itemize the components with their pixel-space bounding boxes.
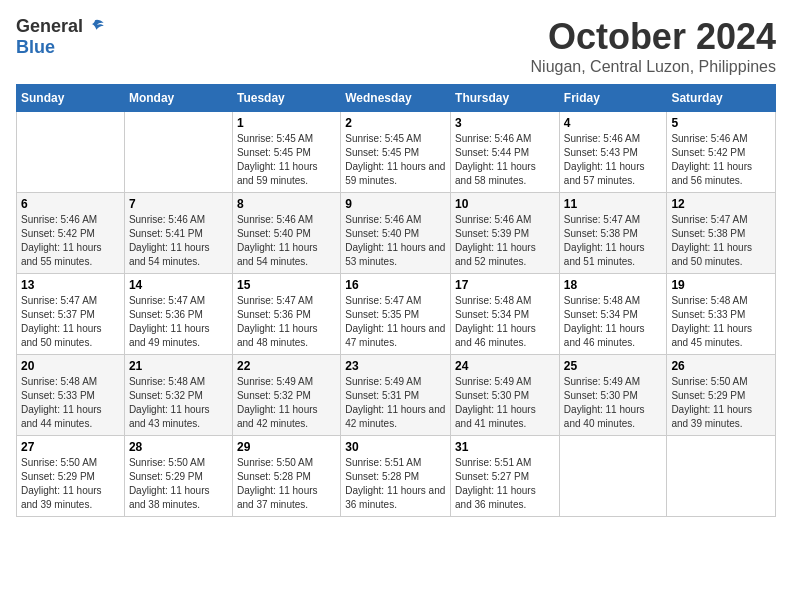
- day-info: Sunrise: 5:49 AMSunset: 5:30 PMDaylight:…: [455, 375, 555, 431]
- day-number: 16: [345, 278, 446, 292]
- calendar-cell: 20Sunrise: 5:48 AMSunset: 5:33 PMDayligh…: [17, 355, 125, 436]
- calendar-cell: 19Sunrise: 5:48 AMSunset: 5:33 PMDayligh…: [667, 274, 776, 355]
- day-number: 31: [455, 440, 555, 454]
- calendar-cell: 6Sunrise: 5:46 AMSunset: 5:42 PMDaylight…: [17, 193, 125, 274]
- day-info: Sunrise: 5:46 AMSunset: 5:42 PMDaylight:…: [21, 213, 120, 269]
- calendar-cell: 28Sunrise: 5:50 AMSunset: 5:29 PMDayligh…: [124, 436, 232, 517]
- calendar-cell: 14Sunrise: 5:47 AMSunset: 5:36 PMDayligh…: [124, 274, 232, 355]
- day-number: 30: [345, 440, 446, 454]
- calendar-cell: 15Sunrise: 5:47 AMSunset: 5:36 PMDayligh…: [232, 274, 340, 355]
- week-row-1: 1Sunrise: 5:45 AMSunset: 5:45 PMDaylight…: [17, 112, 776, 193]
- day-info: Sunrise: 5:46 AMSunset: 5:42 PMDaylight:…: [671, 132, 771, 188]
- calendar-cell: 2Sunrise: 5:45 AMSunset: 5:45 PMDaylight…: [341, 112, 451, 193]
- calendar-cell: [17, 112, 125, 193]
- day-number: 10: [455, 197, 555, 211]
- calendar-body: 1Sunrise: 5:45 AMSunset: 5:45 PMDaylight…: [17, 112, 776, 517]
- calendar-cell: 5Sunrise: 5:46 AMSunset: 5:42 PMDaylight…: [667, 112, 776, 193]
- day-info: Sunrise: 5:47 AMSunset: 5:37 PMDaylight:…: [21, 294, 120, 350]
- calendar-header: SundayMondayTuesdayWednesdayThursdayFrid…: [17, 85, 776, 112]
- week-row-4: 20Sunrise: 5:48 AMSunset: 5:33 PMDayligh…: [17, 355, 776, 436]
- calendar-cell: 13Sunrise: 5:47 AMSunset: 5:37 PMDayligh…: [17, 274, 125, 355]
- calendar-cell: 31Sunrise: 5:51 AMSunset: 5:27 PMDayligh…: [451, 436, 560, 517]
- day-info: Sunrise: 5:49 AMSunset: 5:31 PMDaylight:…: [345, 375, 446, 431]
- day-info: Sunrise: 5:50 AMSunset: 5:29 PMDaylight:…: [21, 456, 120, 512]
- day-info: Sunrise: 5:50 AMSunset: 5:28 PMDaylight:…: [237, 456, 336, 512]
- day-info: Sunrise: 5:47 AMSunset: 5:36 PMDaylight:…: [129, 294, 228, 350]
- calendar-cell: 27Sunrise: 5:50 AMSunset: 5:29 PMDayligh…: [17, 436, 125, 517]
- calendar-cell: 21Sunrise: 5:48 AMSunset: 5:32 PMDayligh…: [124, 355, 232, 436]
- column-header-monday: Monday: [124, 85, 232, 112]
- calendar-cell: 29Sunrise: 5:50 AMSunset: 5:28 PMDayligh…: [232, 436, 340, 517]
- day-info: Sunrise: 5:45 AMSunset: 5:45 PMDaylight:…: [345, 132, 446, 188]
- day-number: 11: [564, 197, 663, 211]
- day-number: 3: [455, 116, 555, 130]
- column-header-saturday: Saturday: [667, 85, 776, 112]
- calendar-cell: [667, 436, 776, 517]
- day-number: 4: [564, 116, 663, 130]
- day-number: 6: [21, 197, 120, 211]
- day-info: Sunrise: 5:48 AMSunset: 5:34 PMDaylight:…: [455, 294, 555, 350]
- day-info: Sunrise: 5:48 AMSunset: 5:34 PMDaylight:…: [564, 294, 663, 350]
- calendar-cell: 17Sunrise: 5:48 AMSunset: 5:34 PMDayligh…: [451, 274, 560, 355]
- day-number: 22: [237, 359, 336, 373]
- day-number: 8: [237, 197, 336, 211]
- day-info: Sunrise: 5:47 AMSunset: 5:35 PMDaylight:…: [345, 294, 446, 350]
- day-info: Sunrise: 5:46 AMSunset: 5:40 PMDaylight:…: [237, 213, 336, 269]
- day-number: 2: [345, 116, 446, 130]
- day-number: 21: [129, 359, 228, 373]
- week-row-3: 13Sunrise: 5:47 AMSunset: 5:37 PMDayligh…: [17, 274, 776, 355]
- calendar-cell: 24Sunrise: 5:49 AMSunset: 5:30 PMDayligh…: [451, 355, 560, 436]
- day-number: 12: [671, 197, 771, 211]
- day-info: Sunrise: 5:46 AMSunset: 5:44 PMDaylight:…: [455, 132, 555, 188]
- day-info: Sunrise: 5:48 AMSunset: 5:33 PMDaylight:…: [21, 375, 120, 431]
- day-number: 5: [671, 116, 771, 130]
- calendar-cell: 18Sunrise: 5:48 AMSunset: 5:34 PMDayligh…: [559, 274, 667, 355]
- day-info: Sunrise: 5:50 AMSunset: 5:29 PMDaylight:…: [129, 456, 228, 512]
- day-number: 1: [237, 116, 336, 130]
- week-row-5: 27Sunrise: 5:50 AMSunset: 5:29 PMDayligh…: [17, 436, 776, 517]
- calendar-cell: 8Sunrise: 5:46 AMSunset: 5:40 PMDaylight…: [232, 193, 340, 274]
- day-info: Sunrise: 5:47 AMSunset: 5:38 PMDaylight:…: [671, 213, 771, 269]
- day-info: Sunrise: 5:50 AMSunset: 5:29 PMDaylight:…: [671, 375, 771, 431]
- calendar-cell: 16Sunrise: 5:47 AMSunset: 5:35 PMDayligh…: [341, 274, 451, 355]
- day-number: 27: [21, 440, 120, 454]
- calendar-cell: 22Sunrise: 5:49 AMSunset: 5:32 PMDayligh…: [232, 355, 340, 436]
- day-number: 18: [564, 278, 663, 292]
- logo-blue-text: Blue: [16, 37, 55, 57]
- calendar-cell: 3Sunrise: 5:46 AMSunset: 5:44 PMDaylight…: [451, 112, 560, 193]
- column-header-thursday: Thursday: [451, 85, 560, 112]
- day-info: Sunrise: 5:51 AMSunset: 5:27 PMDaylight:…: [455, 456, 555, 512]
- day-info: Sunrise: 5:49 AMSunset: 5:30 PMDaylight:…: [564, 375, 663, 431]
- day-number: 19: [671, 278, 771, 292]
- day-info: Sunrise: 5:46 AMSunset: 5:39 PMDaylight:…: [455, 213, 555, 269]
- day-number: 20: [21, 359, 120, 373]
- logo: General Blue: [16, 16, 105, 58]
- calendar-cell: 23Sunrise: 5:49 AMSunset: 5:31 PMDayligh…: [341, 355, 451, 436]
- logo-bird-icon: [85, 17, 105, 37]
- day-number: 26: [671, 359, 771, 373]
- day-number: 25: [564, 359, 663, 373]
- day-info: Sunrise: 5:45 AMSunset: 5:45 PMDaylight:…: [237, 132, 336, 188]
- day-number: 23: [345, 359, 446, 373]
- header-row: SundayMondayTuesdayWednesdayThursdayFrid…: [17, 85, 776, 112]
- calendar-cell: 10Sunrise: 5:46 AMSunset: 5:39 PMDayligh…: [451, 193, 560, 274]
- calendar-cell: [124, 112, 232, 193]
- calendar-table: SundayMondayTuesdayWednesdayThursdayFrid…: [16, 84, 776, 517]
- calendar-cell: 12Sunrise: 5:47 AMSunset: 5:38 PMDayligh…: [667, 193, 776, 274]
- month-title: October 2024: [531, 16, 776, 58]
- day-info: Sunrise: 5:48 AMSunset: 5:33 PMDaylight:…: [671, 294, 771, 350]
- column-header-sunday: Sunday: [17, 85, 125, 112]
- logo-general-text: General: [16, 16, 83, 37]
- week-row-2: 6Sunrise: 5:46 AMSunset: 5:42 PMDaylight…: [17, 193, 776, 274]
- day-number: 17: [455, 278, 555, 292]
- calendar-cell: 11Sunrise: 5:47 AMSunset: 5:38 PMDayligh…: [559, 193, 667, 274]
- calendar-cell: 26Sunrise: 5:50 AMSunset: 5:29 PMDayligh…: [667, 355, 776, 436]
- calendar-cell: 7Sunrise: 5:46 AMSunset: 5:41 PMDaylight…: [124, 193, 232, 274]
- day-number: 9: [345, 197, 446, 211]
- column-header-friday: Friday: [559, 85, 667, 112]
- calendar-cell: [559, 436, 667, 517]
- day-number: 15: [237, 278, 336, 292]
- calendar-cell: 4Sunrise: 5:46 AMSunset: 5:43 PMDaylight…: [559, 112, 667, 193]
- calendar-cell: 30Sunrise: 5:51 AMSunset: 5:28 PMDayligh…: [341, 436, 451, 517]
- day-info: Sunrise: 5:46 AMSunset: 5:43 PMDaylight:…: [564, 132, 663, 188]
